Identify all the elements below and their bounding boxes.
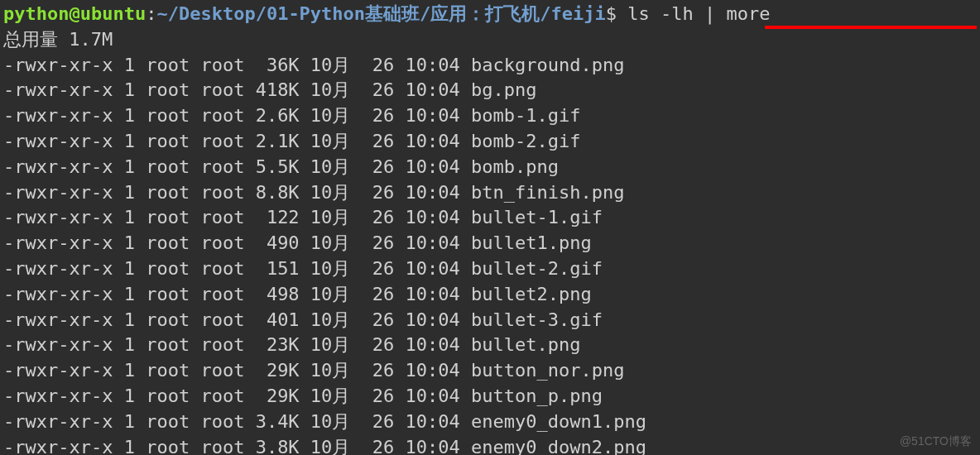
file-row: -rwxr-xr-x 1 root root 29K 10月 26 10:04 … [3, 358, 977, 384]
file-row: -rwxr-xr-x 1 root root 23K 10月 26 10:04 … [3, 333, 977, 358]
file-row: -rwxr-xr-x 1 root root 122 10月 26 10:04 … [3, 205, 977, 231]
file-row: -rwxr-xr-x 1 root root 5.5K 10月 26 10:04… [3, 155, 977, 180]
file-row: -rwxr-xr-x 1 root root 8.8K 10月 26 10:04… [3, 180, 977, 206]
file-row: -rwxr-xr-x 1 root root 3.8K 10月 26 10:04… [3, 435, 977, 455]
file-row: -rwxr-xr-x 1 root root 29K 10月 26 10:04 … [3, 384, 977, 410]
annotation-underline [765, 26, 977, 29]
file-row: -rwxr-xr-x 1 root root 490 10月 26 10:04 … [3, 231, 977, 256]
watermark: @51CTO博客 [900, 433, 972, 450]
file-row: -rwxr-xr-x 1 root root 2.6K 10月 26 10:04… [3, 103, 977, 129]
prompt-colon: : [146, 3, 156, 24]
file-row: -rwxr-xr-x 1 root root 418K 10月 26 10:04… [3, 78, 977, 103]
user-host: python@ubuntu [3, 3, 146, 24]
file-row: -rwxr-xr-x 1 root root 3.4K 10月 26 10:04… [3, 410, 977, 435]
current-path: ~/Desktop/01-Python基础班/应用：打飞机/feiji [156, 3, 605, 24]
file-row: -rwxr-xr-x 1 root root 498 10月 26 10:04 … [3, 282, 977, 308]
file-row: -rwxr-xr-x 1 root root 2.1K 10月 26 10:04… [3, 129, 977, 155]
prompt-dollar: $ [606, 3, 617, 24]
file-list: -rwxr-xr-x 1 root root 36K 10月 26 10:04 … [3, 53, 977, 455]
file-row: -rwxr-xr-x 1 root root 151 10月 26 10:04 … [3, 256, 977, 282]
command-input[interactable]: ls -lh | more [617, 3, 770, 24]
file-row: -rwxr-xr-x 1 root root 401 10月 26 10:04 … [3, 308, 977, 333]
file-row: -rwxr-xr-x 1 root root 36K 10月 26 10:04 … [3, 53, 977, 79]
prompt-line[interactable]: python@ubuntu:~/Desktop/01-Python基础班/应用：… [3, 2, 977, 27]
total-line: 总用量 1.7M [3, 27, 977, 53]
